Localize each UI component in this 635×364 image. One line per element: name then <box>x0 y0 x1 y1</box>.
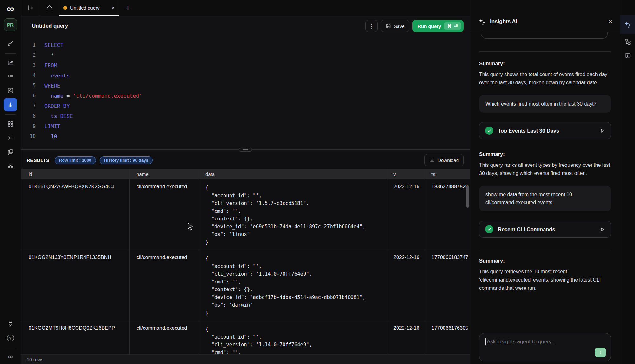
cell-v[interactable]: 2022-12-16 <box>387 321 425 354</box>
code-text: * <box>44 52 54 58</box>
col-header-data[interactable]: data <box>199 169 387 179</box>
insights-content[interactable]: Summary: This query shows the total coun… <box>470 32 620 364</box>
run-query-button[interactable]: Run query ⌘ ⏎ <box>412 20 464 32</box>
summary-text: This query ranks all event types by freq… <box>479 161 611 178</box>
row-limit-pill[interactable]: Row limit : 1000 <box>55 156 96 164</box>
table-row[interactable]: 01K66TQNZA3WFBQ8XN2KXSG4CJcli/command.ex… <box>21 179 470 250</box>
download-icon <box>429 157 435 163</box>
help-icon[interactable]: ? <box>4 331 17 345</box>
cell-data[interactable]: { "account_id": "", "cli_version": "1.5.… <box>199 179 387 250</box>
sidebar-divider <box>5 53 16 54</box>
suggestion-card-top-events[interactable]: Top Events Last 30 Days <box>479 122 611 139</box>
download-label: Download <box>438 158 459 163</box>
sparkles-icon <box>478 17 486 26</box>
webhook-icon[interactable] <box>4 159 17 172</box>
code-line[interactable]: 2 * <box>21 50 470 60</box>
cell-data[interactable]: { "account_id": "", "cli_version": "1.14… <box>199 321 387 354</box>
insights-divider <box>479 249 611 249</box>
save-button[interactable]: Save <box>381 20 409 32</box>
plug-icon[interactable] <box>4 317 17 331</box>
send-button[interactable]: ↑ <box>595 348 606 357</box>
cell-v[interactable]: 2022-12-16 <box>387 250 425 321</box>
search-box-icon[interactable] <box>4 84 17 97</box>
app-logo-icon: ∞ <box>6 3 14 14</box>
bar-chart-icon[interactable] <box>4 98 17 111</box>
apps-icon[interactable] <box>4 117 17 131</box>
feedback-strip-button[interactable] <box>621 49 634 62</box>
cell-id[interactable]: 01KGG2MT9H8H8CCDQ0ZK16BEPP <box>21 321 129 354</box>
active-tab-underline <box>59 15 119 16</box>
suggestion-label: Recent CLI Commands <box>498 226 555 232</box>
app-window: ∞ PR <box>0 0 635 364</box>
cell-data[interactable]: { "account_id": "", "cli_version": "1.14… <box>199 250 387 321</box>
line-chart-icon[interactable] <box>4 56 17 69</box>
download-button[interactable]: Download <box>424 154 464 166</box>
cell-ts[interactable]: 1770066183747 <box>425 250 470 321</box>
col-header-ts[interactable]: ts <box>425 169 470 179</box>
code-line[interactable]: 5WHERE <box>21 81 470 91</box>
cell-name[interactable]: cli/command.executed <box>129 250 199 321</box>
cell-name[interactable]: cli/command.executed <box>129 321 199 354</box>
cell-ts[interactable]: 1770066176305 <box>425 321 470 354</box>
code-line[interactable]: 6 name = 'cli/command.executed' <box>21 91 470 101</box>
chat-icon[interactable] <box>4 145 17 159</box>
code-text: 10 <box>44 133 57 140</box>
table-row[interactable]: 01KGG2N1J3Y0ENP1R4F1335BNHcli/command.ex… <box>21 250 470 321</box>
table-scrollbar[interactable] <box>466 185 469 208</box>
code-text: FROM <box>44 62 57 68</box>
code-text: events <box>44 73 70 79</box>
code-text: ORDER BY <box>44 103 70 109</box>
tab-close-icon[interactable]: × <box>112 5 115 11</box>
table-body[interactable]: 01K66TQNZA3WFBQ8XN2KXSG4CJcli/command.ex… <box>21 179 470 354</box>
code-text: ts DESC <box>44 113 73 119</box>
code-line[interactable]: 10 10 <box>21 131 470 141</box>
cell-v[interactable]: 2022-12-16 <box>387 179 425 250</box>
code-line[interactable]: 1SELECT <box>21 40 470 50</box>
run-shortcut-badge: ⌘ ⏎ <box>444 22 461 30</box>
code-line[interactable]: 9LIMIT <box>21 121 470 131</box>
new-tab-button[interactable]: + <box>119 0 137 16</box>
results-table: id name data v ts 01K66TQNZA3WFBQ8XN2KXS… <box>21 169 470 354</box>
play-icon[interactable] <box>599 128 605 133</box>
rows-icon[interactable] <box>4 70 17 83</box>
panel-splitter[interactable] <box>21 148 470 152</box>
col-header-v[interactable]: v <box>387 169 425 179</box>
line-number: 9 <box>21 123 36 129</box>
table-row[interactable]: 01KGG2MT9H8H8CCDQ0ZK16BEPPcli/command.ex… <box>21 321 470 354</box>
cell-id[interactable]: 01KGG2N1J3Y0ENP1R4F1335BNH <box>21 250 129 321</box>
check-icon <box>485 225 493 233</box>
cell-ts[interactable]: 1836274887529 <box>425 179 470 250</box>
play-icon[interactable] <box>599 227 605 232</box>
schema-strip-button[interactable] <box>621 35 634 48</box>
cell-id[interactable]: 01K66TQNZA3WFBQ8XN2KXSG4CJ <box>21 179 129 250</box>
home-button[interactable] <box>40 0 59 16</box>
col-header-id[interactable]: id <box>21 169 129 179</box>
code-line[interactable]: 8 ts DESC <box>21 111 470 121</box>
history-limit-pill[interactable]: History limit : 90 days <box>100 156 153 164</box>
insights-ai-strip-button[interactable] <box>620 15 635 34</box>
cell-name[interactable]: cli/command.executed <box>129 179 199 250</box>
more-options-button[interactable]: ⋮ <box>365 20 378 32</box>
summary-label: Summary: <box>479 258 611 264</box>
indent-list-icon[interactable] <box>4 131 17 145</box>
sql-editor[interactable]: 1SELECT2 *3FROM4 events5WHERE6 name = 'c… <box>21 36 470 148</box>
ask-insights-input[interactable]: Ask insights agent to query... ↑ <box>479 333 611 361</box>
avatar[interactable]: PR <box>4 18 17 31</box>
code-line[interactable]: 7ORDER BY <box>21 101 470 111</box>
insights-close-icon[interactable]: × <box>608 18 612 25</box>
code-line[interactable]: 4 events <box>21 70 470 81</box>
sidebar-divider <box>5 114 16 115</box>
tab-untitled-query[interactable]: Untitled query × <box>59 0 119 16</box>
suggestion-label: Top Events Last 30 Days <box>498 128 559 134</box>
line-number: 6 <box>21 93 36 99</box>
code-text: WHERE <box>44 83 60 89</box>
code-line[interactable]: 3FROM <box>21 60 470 70</box>
key-icon[interactable] <box>4 37 17 50</box>
footer-logo-icon: ∞ <box>8 353 13 361</box>
suggestion-card-recent-cli[interactable]: Recent CLI Commands <box>479 221 611 238</box>
hierarchy-icon <box>624 38 631 45</box>
sidebar-collapse-button[interactable] <box>21 0 40 16</box>
col-header-name[interactable]: name <box>129 169 199 179</box>
splitter-handle[interactable] <box>239 148 252 152</box>
line-number: 1 <box>21 42 36 48</box>
